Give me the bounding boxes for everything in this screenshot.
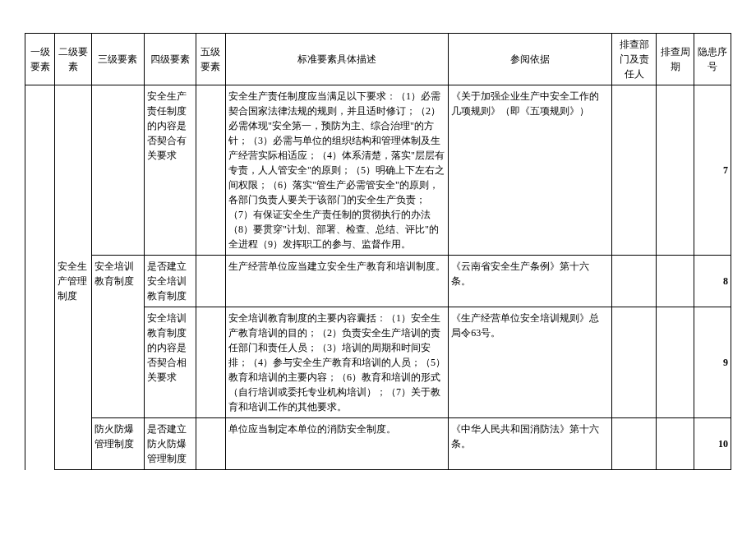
table-row: 安全生产管理制度 安全培训教育制度 是否建立安全培训教育制度 生产经营单位应当建… xyxy=(25,256,731,307)
cell-dept xyxy=(612,256,657,307)
cell-seq: 10 xyxy=(694,418,731,470)
cell-period xyxy=(657,418,694,470)
cell-reference: 《生产经营单位安全培训规则》总局令63号。 xyxy=(449,307,612,418)
cell-level4: 安全培训教育制度的内容是否契合相关要求 xyxy=(144,307,196,418)
table-row: 安全生产责任制度的内容是否契合有关要求 安全生产责任制度应当满足以下要求：（1）… xyxy=(25,85,731,256)
table-header-row: 一级要素 二级要素 三级要素 四级要素 五级要素 标准要素具体描述 参阅依据 排… xyxy=(25,34,731,85)
cell-level5 xyxy=(196,418,225,470)
cell-level3: 安全培训教育制度 xyxy=(92,256,144,418)
cell-dept xyxy=(612,85,657,256)
cell-reference: 《云南省安全生产条例》第十六条。 xyxy=(449,256,612,307)
header-level4: 四级要素 xyxy=(144,34,196,85)
header-period: 排查周期 xyxy=(657,34,694,85)
cell-seq: 9 xyxy=(694,307,731,418)
header-level1: 一级要素 xyxy=(25,34,55,85)
cell-reference: 《中华人民共和国消防法》第十六条。 xyxy=(449,418,612,470)
header-reference: 参阅依据 xyxy=(449,34,612,85)
header-level5: 五级要素 xyxy=(196,34,225,85)
cell-level4: 安全生产责任制度的内容是否契合有关要求 xyxy=(144,85,196,256)
cell-level5 xyxy=(196,256,225,307)
cell-description: 单位应当制定本单位的消防安全制度。 xyxy=(226,418,449,470)
cell-level3: 防火防爆管理制度 xyxy=(92,418,144,470)
header-seq: 隐患序号 xyxy=(694,34,731,85)
cell-level2: 安全生产管理制度 xyxy=(55,256,92,470)
cell-level4: 是否建立安全培训教育制度 xyxy=(144,256,196,307)
cell-description: 生产经营单位应当建立安全生产教育和培训制度。 xyxy=(226,256,449,307)
header-level2: 二级要素 xyxy=(55,34,92,85)
cell-level5 xyxy=(196,307,225,418)
header-level3: 三级要素 xyxy=(92,34,144,85)
header-dept: 排查部门及责任人 xyxy=(612,34,657,85)
cell-level4: 是否建立防火防爆管理制度 xyxy=(144,418,196,470)
cell-seq: 8 xyxy=(694,256,731,307)
cell-seq: 7 xyxy=(694,85,731,256)
cell-period xyxy=(657,307,694,418)
cell-reference: 《关于加强企业生产中安全工作的几项规则》（即《五项规则》） xyxy=(449,85,612,256)
cell-level5 xyxy=(196,85,225,256)
header-description: 标准要素具体描述 xyxy=(226,34,449,85)
cell-level1 xyxy=(25,85,55,470)
cell-description: 安全生产责任制度应当满足以下要求：（1）必需契合国家法律法规的规则，并且适时修订… xyxy=(226,85,449,256)
table-row: 防火防爆管理制度 是否建立防火防爆管理制度 单位应当制定本单位的消防安全制度。 … xyxy=(25,418,731,470)
cell-description: 安全培训教育制度的主要内容囊括：（1）安全生产教育培训的目的；（2）负责安全生产… xyxy=(226,307,449,418)
cell-level2 xyxy=(55,85,92,256)
requirements-table: 一级要素 二级要素 三级要素 四级要素 五级要素 标准要素具体描述 参阅依据 排… xyxy=(25,33,731,470)
cell-period xyxy=(657,256,694,307)
cell-dept xyxy=(612,307,657,418)
cell-level3 xyxy=(92,85,144,256)
cell-dept xyxy=(612,418,657,470)
cell-period xyxy=(657,85,694,256)
